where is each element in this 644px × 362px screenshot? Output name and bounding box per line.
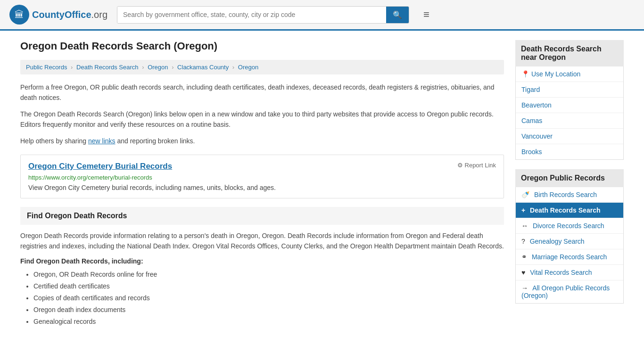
breadcrumb-death-records[interactable]: Death Records Search — [76, 64, 139, 71]
sidebar-death-records-active[interactable]: + Death Records Search — [516, 203, 623, 218]
death-plus-icon: + — [521, 206, 525, 214]
list-item: Oregon death index documents — [33, 304, 504, 316]
arrow-icon: → — [521, 284, 528, 292]
location-pin-icon: 📍 — [521, 70, 529, 78]
breadcrumb-sep-1: › — [71, 64, 73, 71]
sidebar-genealogy-search[interactable]: ? Genealogy Search — [516, 234, 623, 249]
use-location-link[interactable]: Use My Location — [531, 70, 580, 78]
sidebar-nearby-camas[interactable]: Camas — [516, 113, 623, 129]
report-link-label: Report Link — [465, 162, 496, 169]
find-list: Oregon, OR Death Records online for free… — [20, 269, 504, 328]
report-link[interactable]: ⚙ Report Link — [457, 162, 496, 169]
main-content: Oregon Death Records Search (Oregon) Pub… — [20, 40, 504, 328]
sidebar-divorce-records[interactable]: ↔ Divorce Records Search — [516, 218, 623, 234]
description-1: Perform a free Oregon, OR public death r… — [20, 82, 504, 103]
list-item: Oregon, OR Death Records online for free — [33, 269, 504, 280]
sidebar-nearby-beaverton[interactable]: Beaverton — [516, 98, 623, 113]
record-link-desc: View Oregon City Cemetery burial records… — [28, 184, 496, 191]
breadcrumb-sep-3: › — [172, 64, 173, 71]
site-header: 🏛 CountyOffice.org 🔍 ≡ — [0, 0, 644, 31]
find-subheading: Find Oregon Death Records, including: — [20, 257, 504, 265]
sidebar-nearby-brooks[interactable]: Brooks — [516, 144, 623, 159]
sidebar-nearby-heading: Death Records Search near Oregon — [515, 40, 624, 66]
logo-icon: 🏛 — [9, 5, 29, 25]
page-title: Oregon Death Records Search (Oregon) — [20, 40, 504, 52]
main-container: Oregon Death Records Search (Oregon) Pub… — [11, 31, 633, 337]
sidebar-nearby-links: 📍 Use My Location Tigard Beaverton Camas… — [515, 66, 624, 160]
logo-link[interactable]: 🏛 CountyOffice.org — [9, 5, 107, 25]
genealogy-icon: ? — [521, 238, 525, 245]
sidebar-public-records-heading: Oregon Public Records — [515, 169, 624, 187]
breadcrumb: Public Records › Death Records Search › … — [20, 60, 504, 74]
description-2: The Oregon Death Records Search (Oregon)… — [20, 109, 504, 130]
search-button[interactable]: 🔍 — [386, 7, 409, 23]
sidebar-public-records-links: 🍼 Birth Records Search + Death Records S… — [515, 187, 624, 304]
record-link-box: ⚙ Report Link Oregon City Cemetery Buria… — [20, 155, 504, 198]
new-links-link[interactable]: new links — [88, 137, 116, 145]
hamburger-menu[interactable]: ≡ — [423, 8, 429, 21]
divorce-icon: ↔ — [521, 222, 528, 230]
sidebar-all-public-records[interactable]: → All Oregon Public Records (Oregon) — [516, 280, 623, 303]
record-link-title[interactable]: Oregon City Cemetery Burial Records — [28, 162, 172, 171]
sidebar-nearby-section: Death Records Search near Oregon 📍 Use M… — [515, 40, 624, 160]
birth-icon: 🍼 — [521, 191, 529, 198]
logo-text: CountyOffice.org — [32, 9, 107, 20]
vital-icon: ♥ — [521, 269, 525, 276]
sidebar-nearby-vancouver[interactable]: Vancouver — [516, 129, 623, 144]
breadcrumb-public-records[interactable]: Public Records — [26, 64, 67, 71]
sidebar-birth-records[interactable]: 🍼 Birth Records Search — [516, 187, 623, 203]
breadcrumb-oregon[interactable]: Oregon — [148, 64, 168, 71]
sidebar-nearby-tigard[interactable]: Tigard — [516, 82, 623, 98]
sidebar-vital-records[interactable]: ♥ Vital Records Search — [516, 265, 623, 280]
breadcrumb-clackamas[interactable]: Clackamas County — [177, 64, 229, 71]
sidebar: Death Records Search near Oregon 📍 Use M… — [515, 40, 624, 328]
find-section-header: Find Oregon Death Records — [20, 207, 504, 225]
breadcrumb-sep-2: › — [142, 64, 144, 71]
marriage-icon: ⚭ — [521, 253, 527, 261]
find-section-body: Oregon Death Records provide information… — [20, 230, 504, 252]
list-item: Copies of death certificates and records — [33, 292, 504, 304]
breadcrumb-sep-4: › — [232, 64, 234, 71]
record-link-url: https://www.orcity.org/cemetery/burial-r… — [28, 174, 496, 181]
description-3-pre: Help others by sharing — [20, 137, 88, 145]
sidebar-public-records-section: Oregon Public Records 🍼 Birth Records Se… — [515, 169, 624, 304]
list-item: Certified death certificates — [33, 280, 504, 292]
sidebar-use-location[interactable]: 📍 Use My Location — [516, 66, 623, 82]
sidebar-marriage-records[interactable]: ⚭ Marriage Records Search — [516, 249, 623, 265]
description-3: Help others by sharing new links and rep… — [20, 136, 504, 146]
search-input[interactable] — [117, 7, 386, 23]
breadcrumb-oregon-2[interactable]: Oregon — [238, 64, 258, 71]
find-section-heading: Find Oregon Death Records — [27, 212, 497, 220]
report-icon: ⚙ — [457, 162, 463, 169]
list-item: Genealogical records — [33, 316, 504, 328]
description-3-post: and reporting broken links. — [116, 137, 195, 145]
search-bar: 🔍 — [117, 6, 409, 24]
